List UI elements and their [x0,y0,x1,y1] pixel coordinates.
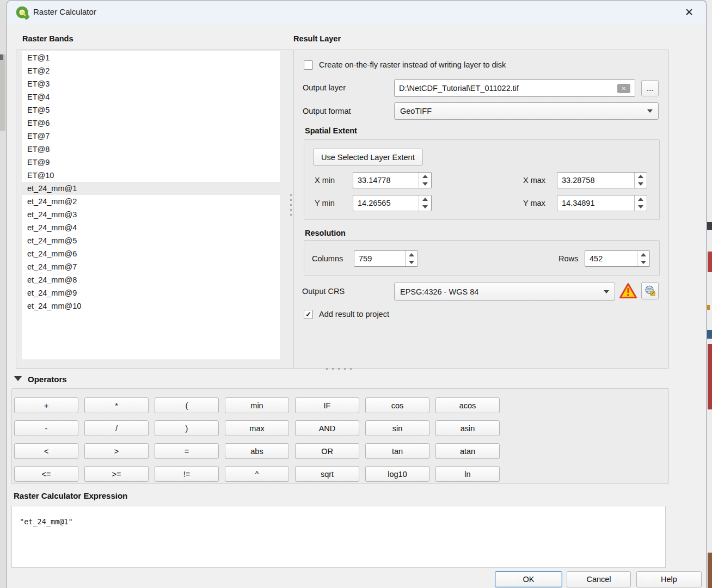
output-format-combo[interactable]: GeoTIFF [394,102,659,120]
operator-button-abs[interactable]: abs [225,443,289,459]
operator-button-max[interactable]: max [225,420,289,436]
spin-up-icon[interactable] [406,251,418,259]
raster-bands-list[interactable]: ET@1ET@2ET@3ET@4ET@5ET@6ET@7ET@8ET@9ET@1… [22,51,280,359]
output-crs-value: EPSG:4326 - WGS 84 [400,287,478,296]
spatial-extent-header: Spatial Extent [305,126,357,135]
raster-band-item[interactable]: ET@3 [22,77,280,90]
raster-band-item[interactable]: et_24_mm@10 [22,299,280,313]
columns-spin-buttons[interactable] [405,251,418,266]
operator-button-tan[interactable]: tan [365,443,429,459]
operator-button-!=[interactable]: != [155,466,219,482]
x-max-spin-buttons[interactable] [634,173,647,188]
operator-button-=[interactable]: = [155,443,219,459]
resolution-header: Resolution [305,229,346,237]
y-min-label: Y min [315,199,335,207]
spin-down-icon[interactable] [635,180,647,188]
y-max-spinbox[interactable]: 14.34891 [557,195,647,211]
on-the-fly-checkbox[interactable] [304,60,313,70]
y-min-spinbox[interactable]: 14.26565 [353,195,432,211]
spin-down-icon[interactable] [637,259,649,266]
spin-up-icon[interactable] [635,173,647,180]
operator-button-<=[interactable]: <= [14,466,78,482]
x-min-label: X min [315,176,335,185]
spin-up-icon[interactable] [635,195,647,203]
operator-button-+[interactable]: + [14,397,78,413]
raster-band-item[interactable]: ET@7 [22,130,280,143]
operator-button-([interactable]: ( [155,397,219,413]
spin-down-icon[interactable] [406,259,418,266]
browse-output-button[interactable]: ... [641,80,659,96]
operator-button-<[interactable]: < [14,443,78,459]
rows-spinbox[interactable]: 452 [585,250,650,267]
horizontal-splitter[interactable] [326,367,353,371]
raster-band-item[interactable]: ET@8 [22,143,280,156]
spin-down-icon[interactable] [419,180,431,188]
x-max-value: 33.28758 [557,173,634,188]
spin-up-icon[interactable] [419,173,431,180]
clear-field-icon[interactable]: ✕ [617,84,630,93]
ok-button[interactable]: OK [495,571,562,587]
raster-band-item[interactable]: ET@9 [22,156,280,169]
raster-band-item[interactable]: et_24_mm@5 [22,234,280,247]
add-result-checkbox[interactable]: ✓ [304,310,313,319]
raster-band-item[interactable]: et_24_mm@9 [22,286,280,299]
spin-down-icon[interactable] [419,203,431,211]
operator-button-)[interactable]: ) [155,420,219,436]
raster-band-item[interactable]: et_24_mm@7 [22,260,280,273]
operator-button-min[interactable]: min [225,397,289,413]
select-crs-button[interactable] [641,282,659,299]
operator-button-AND[interactable]: AND [295,420,359,436]
output-layer-field[interactable]: D:\NetCDF_Tutorial\ET_011022.tif ✕ [394,79,635,97]
raster-band-item[interactable]: et_24_mm@8 [22,273,280,286]
raster-band-item[interactable]: ET@4 [22,90,280,103]
operator-button-cos[interactable]: cos [365,397,429,413]
output-crs-combo[interactable]: EPSG:4326 - WGS 84 [394,283,615,301]
operator-button-asin[interactable]: asin [435,420,500,436]
raster-band-item[interactable]: et_24_mm@1 [22,182,280,195]
operators-frame: +*(minIFcosacos-/)maxANDsinasin<>=absORt… [11,388,669,484]
y-min-spin-buttons[interactable] [419,195,431,211]
close-button[interactable]: ✕ [681,5,697,20]
raster-band-item[interactable]: ET@5 [22,103,280,117]
raster-band-item[interactable]: et_24_mm@6 [22,247,280,260]
expression-header: Raster Calculator Expression [14,491,127,500]
operator-button->=[interactable]: >= [84,466,149,482]
raster-band-item[interactable]: ET@10 [22,169,280,182]
operator-button--[interactable]: - [14,420,78,436]
use-selected-extent-button[interactable]: Use Selected Layer Extent [313,149,423,166]
spin-down-icon[interactable] [635,203,647,211]
raster-band-item[interactable]: et_24_mm@2 [22,195,280,208]
operator-button-ln[interactable]: ln [435,466,500,482]
spin-up-icon[interactable] [419,195,431,203]
operator-button-atan[interactable]: atan [435,443,500,459]
y-max-spin-buttons[interactable] [634,195,647,211]
operator-button-OR[interactable]: OR [295,443,359,459]
raster-band-item[interactable]: et_24_mm@4 [22,221,280,234]
raster-band-item[interactable]: ET@6 [22,117,280,130]
vertical-splitter[interactable] [289,194,293,216]
operator-button-sin[interactable]: sin [365,420,429,436]
x-min-spin-buttons[interactable] [419,173,431,188]
operator-button-log10[interactable]: log10 [365,466,429,482]
operator-button-^[interactable]: ^ [225,466,289,482]
columns-label: Columns [312,254,343,263]
cancel-button[interactable]: Cancel [567,571,631,587]
operator-button-/[interactable]: / [84,420,149,436]
x-max-spinbox[interactable]: 33.28758 [557,172,647,188]
spin-up-icon[interactable] [637,251,649,259]
x-min-spinbox[interactable]: 33.14778 [353,172,432,188]
expression-textarea[interactable]: "et_24_mm@1" [11,506,666,568]
operator-button-acos[interactable]: acos [435,397,500,413]
raster-band-item[interactable]: et_24_mm@3 [22,208,280,221]
title-bar[interactable]: Raster Calculator ✕ [7,1,706,24]
help-button[interactable]: Help [636,571,702,587]
operator-button-sqrt[interactable]: sqrt [295,466,359,482]
raster-band-item[interactable]: ET@2 [22,64,280,77]
operator-button->[interactable]: > [84,443,149,459]
operator-button-IF[interactable]: IF [295,397,359,413]
raster-band-item[interactable]: ET@1 [22,51,280,64]
operator-button-*[interactable]: * [84,397,149,413]
operators-collapse-icon[interactable] [14,376,22,381]
rows-spin-buttons[interactable] [637,251,649,266]
columns-spinbox[interactable]: 759 [354,250,418,267]
